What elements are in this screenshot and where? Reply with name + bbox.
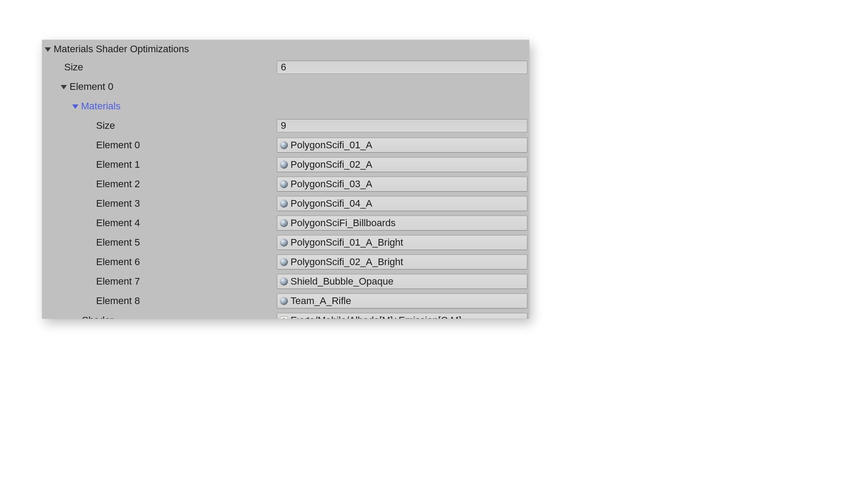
material-field[interactable]: PolygonSciFi_Billboards — [277, 216, 527, 231]
size-label: Size — [64, 62, 83, 73]
material-icon — [280, 239, 288, 247]
size-input[interactable]: 6 — [277, 61, 527, 74]
foldout-materials-shader-optimizations[interactable]: Materials Shader Optimizations — [42, 41, 529, 58]
foldout-materials[interactable]: Materials — [42, 96, 529, 116]
material-name: Shield_Bubble_Opaque — [291, 276, 393, 287]
shader-label: Shader — [82, 315, 113, 319]
materials-size-row: Size 9 — [42, 116, 529, 135]
material-name: PolygonScifi_02_A — [291, 159, 372, 170]
materials-size-label: Size — [96, 120, 115, 131]
material-field[interactable]: Shield_Bubble_Opaque — [277, 274, 527, 289]
material-name: Team_A_Rifle — [291, 295, 351, 307]
list-item: Element 8 Team_A_Rifle — [42, 291, 529, 311]
shader-row: Shader S Exyte/Mobile/Albedo[M]+Emission… — [42, 311, 529, 319]
shader-field[interactable]: S Exyte/Mobile/Albedo[M]+Emission[C,M] — [277, 313, 527, 319]
element-label: Element 0 — [96, 139, 140, 151]
element-label: Element 2 — [96, 178, 140, 190]
list-item: Element 7 Shield_Bubble_Opaque — [42, 272, 529, 291]
material-icon — [280, 219, 288, 227]
material-name: PolygonScifi_02_A_Bright — [291, 256, 403, 268]
list-item: Element 5 PolygonScifi_01_A_Bright — [42, 233, 529, 252]
inspector-panel: Materials Shader Optimizations Size 6 El… — [42, 40, 529, 319]
shader-icon: S — [280, 316, 288, 319]
materials-label: Materials — [81, 100, 120, 112]
size-value: 6 — [281, 62, 286, 73]
material-field[interactable]: PolygonScifi_02_A — [277, 157, 527, 172]
materials-list: Element 0 PolygonScifi_01_A Element 1 Po… — [42, 135, 529, 311]
material-field[interactable]: PolygonScifi_01_A_Bright — [277, 235, 527, 250]
material-field[interactable]: PolygonScifi_04_A — [277, 196, 527, 211]
element-0-label: Element 0 — [70, 81, 113, 93]
material-icon — [280, 141, 288, 149]
chevron-down-icon — [45, 47, 51, 52]
list-item: Element 4 PolygonSciFi_Billboards — [42, 213, 529, 233]
element-label: Element 3 — [96, 198, 140, 209]
element-label: Element 1 — [96, 159, 140, 170]
element-label: Element 6 — [96, 256, 140, 268]
chevron-down-icon — [72, 104, 78, 109]
element-label: Element 5 — [96, 237, 140, 248]
section-title: Materials Shader Optimizations — [54, 43, 189, 55]
material-name: PolygonScifi_01_A — [291, 139, 372, 151]
list-item: Element 6 PolygonScifi_02_A_Bright — [42, 252, 529, 272]
material-field[interactable]: PolygonScifi_03_A — [277, 177, 527, 192]
materials-size-value: 9 — [281, 120, 286, 131]
material-name: PolygonScifi_03_A — [291, 178, 372, 190]
material-name: PolygonSciFi_Billboards — [291, 217, 395, 229]
foldout-element-0[interactable]: Element 0 — [42, 77, 529, 96]
material-icon — [280, 180, 288, 188]
material-icon — [280, 200, 288, 208]
list-item: Element 1 PolygonScifi_02_A — [42, 155, 529, 174]
list-item: Element 0 PolygonScifi_01_A — [42, 135, 529, 155]
element-label: Element 8 — [96, 295, 140, 307]
shader-value: Exyte/Mobile/Albedo[M]+Emission[C,M] — [291, 315, 461, 319]
material-field[interactable]: PolygonScifi_01_A — [277, 138, 527, 153]
material-field[interactable]: PolygonScifi_02_A_Bright — [277, 254, 527, 270]
material-icon — [280, 161, 288, 169]
material-name: PolygonScifi_01_A_Bright — [291, 237, 403, 248]
element-label: Element 4 — [96, 217, 140, 229]
material-icon — [280, 278, 288, 285]
material-field[interactable]: Team_A_Rifle — [277, 293, 527, 308]
list-item: Element 2 PolygonScifi_03_A — [42, 174, 529, 194]
list-item: Element 3 PolygonScifi_04_A — [42, 194, 529, 213]
element-label: Element 7 — [96, 276, 140, 287]
chevron-down-icon — [61, 85, 67, 89]
material-name: PolygonScifi_04_A — [291, 198, 372, 209]
material-icon — [280, 297, 288, 305]
material-icon — [280, 258, 288, 266]
materials-size-input[interactable]: 9 — [277, 119, 527, 132]
size-row: Size 6 — [42, 58, 529, 77]
